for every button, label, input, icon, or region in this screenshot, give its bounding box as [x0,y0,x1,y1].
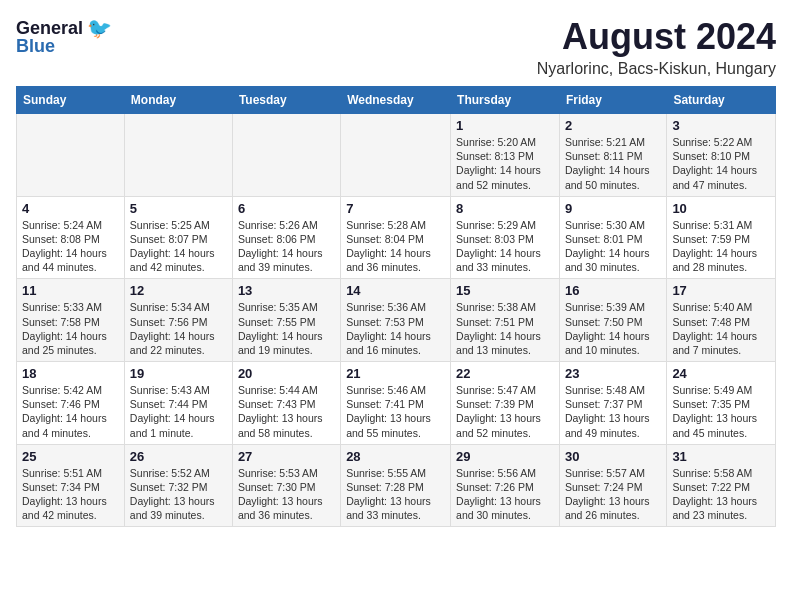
calendar-cell: 28Sunrise: 5:55 AM Sunset: 7:28 PM Dayli… [341,444,451,527]
day-number: 7 [346,201,445,216]
weekday-header-wednesday: Wednesday [341,87,451,114]
calendar-cell: 17Sunrise: 5:40 AM Sunset: 7:48 PM Dayli… [667,279,776,362]
day-detail: Sunrise: 5:58 AM Sunset: 7:22 PM Dayligh… [672,467,757,522]
calendar-cell: 7Sunrise: 5:28 AM Sunset: 8:04 PM Daylig… [341,196,451,279]
day-detail: Sunrise: 5:51 AM Sunset: 7:34 PM Dayligh… [22,467,107,522]
day-number: 20 [238,366,335,381]
calendar-week-row: 18Sunrise: 5:42 AM Sunset: 7:46 PM Dayli… [17,362,776,445]
weekday-header-sunday: Sunday [17,87,125,114]
day-detail: Sunrise: 5:40 AM Sunset: 7:48 PM Dayligh… [672,301,757,356]
calendar-cell: 15Sunrise: 5:38 AM Sunset: 7:51 PM Dayli… [451,279,560,362]
day-number: 11 [22,283,119,298]
calendar-cell [232,114,340,197]
calendar-cell: 12Sunrise: 5:34 AM Sunset: 7:56 PM Dayli… [124,279,232,362]
day-number: 17 [672,283,770,298]
day-number: 13 [238,283,335,298]
calendar-cell: 23Sunrise: 5:48 AM Sunset: 7:37 PM Dayli… [559,362,666,445]
day-detail: Sunrise: 5:55 AM Sunset: 7:28 PM Dayligh… [346,467,431,522]
day-detail: Sunrise: 5:21 AM Sunset: 8:11 PM Dayligh… [565,136,650,191]
calendar-week-row: 11Sunrise: 5:33 AM Sunset: 7:58 PM Dayli… [17,279,776,362]
calendar-cell: 29Sunrise: 5:56 AM Sunset: 7:26 PM Dayli… [451,444,560,527]
title-block: August 2024 Nyarlorinc, Bacs-Kiskun, Hun… [537,16,776,78]
day-detail: Sunrise: 5:26 AM Sunset: 8:06 PM Dayligh… [238,219,323,274]
weekday-header-thursday: Thursday [451,87,560,114]
day-detail: Sunrise: 5:57 AM Sunset: 7:24 PM Dayligh… [565,467,650,522]
day-number: 18 [22,366,119,381]
calendar-cell: 9Sunrise: 5:30 AM Sunset: 8:01 PM Daylig… [559,196,666,279]
calendar-table: SundayMondayTuesdayWednesdayThursdayFrid… [16,86,776,527]
day-number: 9 [565,201,661,216]
calendar-cell: 14Sunrise: 5:36 AM Sunset: 7:53 PM Dayli… [341,279,451,362]
day-number: 23 [565,366,661,381]
day-number: 3 [672,118,770,133]
logo-bird-icon: 🐦 [87,16,112,40]
day-detail: Sunrise: 5:39 AM Sunset: 7:50 PM Dayligh… [565,301,650,356]
weekday-header-tuesday: Tuesday [232,87,340,114]
calendar-cell: 24Sunrise: 5:49 AM Sunset: 7:35 PM Dayli… [667,362,776,445]
page-header: General 🐦 Blue August 2024 Nyarlorinc, B… [16,16,776,78]
day-detail: Sunrise: 5:25 AM Sunset: 8:07 PM Dayligh… [130,219,215,274]
day-number: 26 [130,449,227,464]
day-detail: Sunrise: 5:33 AM Sunset: 7:58 PM Dayligh… [22,301,107,356]
day-detail: Sunrise: 5:22 AM Sunset: 8:10 PM Dayligh… [672,136,757,191]
day-number: 16 [565,283,661,298]
calendar-cell: 5Sunrise: 5:25 AM Sunset: 8:07 PM Daylig… [124,196,232,279]
day-number: 21 [346,366,445,381]
logo-blue-text: Blue [16,36,55,57]
calendar-cell: 31Sunrise: 5:58 AM Sunset: 7:22 PM Dayli… [667,444,776,527]
day-detail: Sunrise: 5:44 AM Sunset: 7:43 PM Dayligh… [238,384,323,439]
day-detail: Sunrise: 5:34 AM Sunset: 7:56 PM Dayligh… [130,301,215,356]
calendar-cell: 20Sunrise: 5:44 AM Sunset: 7:43 PM Dayli… [232,362,340,445]
day-detail: Sunrise: 5:28 AM Sunset: 8:04 PM Dayligh… [346,219,431,274]
day-detail: Sunrise: 5:53 AM Sunset: 7:30 PM Dayligh… [238,467,323,522]
day-number: 8 [456,201,554,216]
day-detail: Sunrise: 5:56 AM Sunset: 7:26 PM Dayligh… [456,467,541,522]
day-number: 29 [456,449,554,464]
calendar-cell: 11Sunrise: 5:33 AM Sunset: 7:58 PM Dayli… [17,279,125,362]
day-number: 1 [456,118,554,133]
day-number: 2 [565,118,661,133]
day-detail: Sunrise: 5:43 AM Sunset: 7:44 PM Dayligh… [130,384,215,439]
day-detail: Sunrise: 5:31 AM Sunset: 7:59 PM Dayligh… [672,219,757,274]
day-number: 30 [565,449,661,464]
day-number: 10 [672,201,770,216]
day-number: 5 [130,201,227,216]
calendar-cell: 6Sunrise: 5:26 AM Sunset: 8:06 PM Daylig… [232,196,340,279]
day-number: 15 [456,283,554,298]
day-detail: Sunrise: 5:29 AM Sunset: 8:03 PM Dayligh… [456,219,541,274]
calendar-cell: 19Sunrise: 5:43 AM Sunset: 7:44 PM Dayli… [124,362,232,445]
calendar-cell: 22Sunrise: 5:47 AM Sunset: 7:39 PM Dayli… [451,362,560,445]
day-number: 6 [238,201,335,216]
day-number: 24 [672,366,770,381]
calendar-week-row: 25Sunrise: 5:51 AM Sunset: 7:34 PM Dayli… [17,444,776,527]
day-detail: Sunrise: 5:49 AM Sunset: 7:35 PM Dayligh… [672,384,757,439]
calendar-cell: 30Sunrise: 5:57 AM Sunset: 7:24 PM Dayli… [559,444,666,527]
day-detail: Sunrise: 5:35 AM Sunset: 7:55 PM Dayligh… [238,301,323,356]
calendar-cell: 26Sunrise: 5:52 AM Sunset: 7:32 PM Dayli… [124,444,232,527]
page-title: August 2024 [537,16,776,58]
day-detail: Sunrise: 5:36 AM Sunset: 7:53 PM Dayligh… [346,301,431,356]
calendar-cell: 27Sunrise: 5:53 AM Sunset: 7:30 PM Dayli… [232,444,340,527]
calendar-cell [17,114,125,197]
calendar-cell: 25Sunrise: 5:51 AM Sunset: 7:34 PM Dayli… [17,444,125,527]
calendar-cell: 4Sunrise: 5:24 AM Sunset: 8:08 PM Daylig… [17,196,125,279]
calendar-cell: 10Sunrise: 5:31 AM Sunset: 7:59 PM Dayli… [667,196,776,279]
day-detail: Sunrise: 5:20 AM Sunset: 8:13 PM Dayligh… [456,136,541,191]
day-number: 22 [456,366,554,381]
calendar-cell: 13Sunrise: 5:35 AM Sunset: 7:55 PM Dayli… [232,279,340,362]
calendar-cell: 18Sunrise: 5:42 AM Sunset: 7:46 PM Dayli… [17,362,125,445]
weekday-header-row: SundayMondayTuesdayWednesdayThursdayFrid… [17,87,776,114]
day-number: 19 [130,366,227,381]
day-number: 27 [238,449,335,464]
weekday-header-saturday: Saturday [667,87,776,114]
calendar-cell: 8Sunrise: 5:29 AM Sunset: 8:03 PM Daylig… [451,196,560,279]
day-detail: Sunrise: 5:42 AM Sunset: 7:46 PM Dayligh… [22,384,107,439]
calendar-cell: 16Sunrise: 5:39 AM Sunset: 7:50 PM Dayli… [559,279,666,362]
day-number: 31 [672,449,770,464]
calendar-cell [124,114,232,197]
day-detail: Sunrise: 5:24 AM Sunset: 8:08 PM Dayligh… [22,219,107,274]
day-detail: Sunrise: 5:46 AM Sunset: 7:41 PM Dayligh… [346,384,431,439]
page-subtitle: Nyarlorinc, Bacs-Kiskun, Hungary [537,60,776,78]
day-detail: Sunrise: 5:30 AM Sunset: 8:01 PM Dayligh… [565,219,650,274]
logo: General 🐦 Blue [16,16,112,57]
